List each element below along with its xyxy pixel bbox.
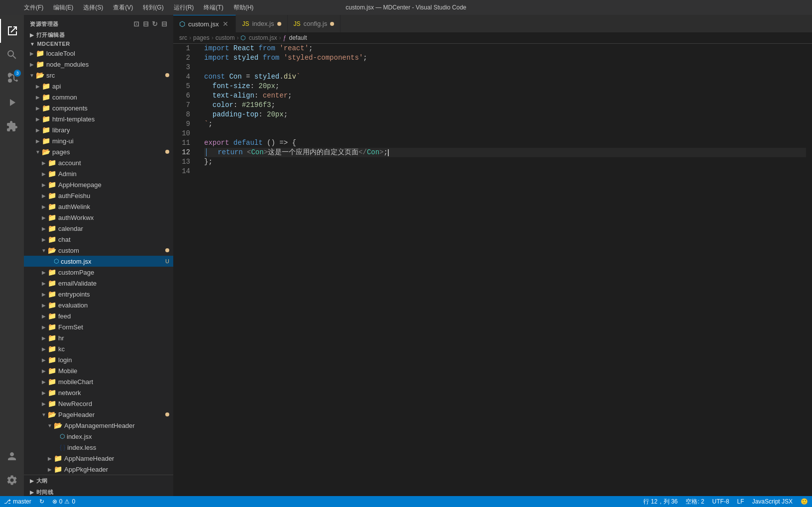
status-position[interactable]: 行 12，列 36 [639,496,682,507]
status-feedback[interactable]: 🙂 [797,496,812,507]
tree-item-mobile[interactable]: ▶ 📁 Mobile [24,365,173,376]
tree-item-ming-ui[interactable]: ▶ 📁 ming-ui [24,135,173,146]
tree-item-feed[interactable]: ▶ 📁 feed [24,310,173,321]
tree-item-calendar[interactable]: ▶ 📁 calendar [24,223,173,234]
status-branch[interactable]: ⎇ master [0,496,35,507]
tree-item-components[interactable]: ▶ 📁 components [24,102,173,113]
activity-explorer[interactable] [0,19,24,43]
folder-icon: 📁 [48,312,56,320]
menu-file[interactable]: 文件(F) [20,2,47,13]
tree-item-emailvalidate[interactable]: ▶ 📁 emailValidate [24,278,173,289]
status-language[interactable]: JavaScript JSX [748,496,797,507]
menu-go[interactable]: 转到(G) [139,2,167,13]
activity-settings[interactable] [0,468,24,492]
section-outline[interactable]: ▶ 大纲 [24,475,173,487]
status-line-ending[interactable]: LF [733,496,748,507]
tree-label: pages [52,148,70,156]
tree-item-login[interactable]: ▶ 📁 login [24,354,173,365]
tree-item-apphomepage[interactable]: ▶ 📁 AppHomepage [24,179,173,190]
tree-item-common[interactable]: ▶ 📁 common [24,92,173,102]
breadcrumb-sep2: › [212,34,214,41]
activity-search[interactable] [0,43,24,67]
activity-source-control[interactable]: 3 [0,67,24,91]
tree-item-node-modules[interactable]: ▶ 📁 node_modules [24,59,173,70]
tab-custom-jsx[interactable]: ⬡ custom.jsx ✕ [173,15,236,32]
collapse-all-icon[interactable]: ⊟ [161,20,168,28]
tree-item-library[interactable]: ▶ 📁 library [24,124,173,135]
breadcrumb-symbol[interactable]: ƒ default [283,34,307,41]
menu-view[interactable]: 查看(V) [109,2,137,13]
new-file-icon[interactable]: ⊡ [133,20,140,28]
tree-item-api[interactable]: ▶ 📁 api [24,81,173,92]
tree-label: html-templates [52,115,95,123]
code-editor[interactable]: 1 2 3 4 5 6 7 8 9 10 11 12 13 14 import … [173,44,812,496]
refresh-icon[interactable]: ↻ [152,20,158,28]
breadcrumb-pages[interactable]: pages [193,34,210,41]
open-editors-label: 打开编辑器 [36,31,65,39]
tab-config-js[interactable]: JS config.js [288,15,341,32]
tab-close-button[interactable]: ✕ [222,20,230,28]
tree-item-custompage[interactable]: ▶ 📁 customPage [24,267,173,278]
breadcrumb-custom[interactable]: custom [216,34,235,41]
tree-item-localetool[interactable]: ▶ 📁 localeTool [24,48,173,59]
tree-item-entrypoints[interactable]: ▶ 📁 entrypoints [24,289,173,300]
folder-icon: 📁 [48,400,56,407]
tree-item-authwelink[interactable]: ▶ 📁 authWelink [24,201,173,212]
tree-item-appnameheader[interactable]: ▶ 📁 AppNameHeader [24,453,173,464]
breadcrumb-file[interactable]: ⬡ custom.jsx [240,34,277,41]
activity-account[interactable] [0,444,24,468]
tree-item-pageheader[interactable]: ▼ 📂 PageHeader [24,409,173,420]
menu-terminal[interactable]: 终端(T) [200,2,227,13]
section-mdcenter[interactable]: ▼ MDCENTER [24,40,173,48]
status-sync[interactable]: ↻ [35,496,48,507]
tree-item-mobilechart[interactable]: ▶ 📁 mobileChart [24,376,173,387]
folder-icon: 📁 [48,389,56,397]
tree-item-hr[interactable]: ▶ 📁 hr [24,332,173,343]
tree-item-index-less[interactable]: ▶ { } index.less [24,442,173,453]
tree-item-apppkgheader[interactable]: ▶ 📁 AppPkgHeader [24,464,173,475]
section-open-editors[interactable]: ▶ 打开编辑器 [24,30,173,40]
folder-arrow: ▶ [40,401,48,406]
menu-run[interactable]: 运行(R) [170,2,198,13]
tree-item-custom[interactable]: ▼ 📂 custom [24,245,173,256]
menu-select[interactable]: 选择(S) [79,2,107,13]
tree-item-authfeishu[interactable]: ▶ 📁 authFeishu [24,190,173,201]
tree-item-appmanagementheader[interactable]: ▼ 📂 AppManagementHeader [24,420,173,431]
status-encoding[interactable]: UTF-8 [708,496,733,507]
menu-help[interactable]: 帮助(H) [230,2,258,13]
folder-icon: 📁 [48,378,56,386]
js-tab-icon: JS [242,20,249,27]
tree-item-custom-jsx[interactable]: ▶ ⬡ custom.jsx U [24,256,173,267]
folder-icon: 📁 [48,301,56,309]
status-errors[interactable]: ⊗ 0 ⚠ 0 [48,496,79,507]
tree-label: library [52,126,70,134]
tree-item-pages[interactable]: ▼ 📂 pages [24,146,173,157]
tree-item-network[interactable]: ▶ 📁 network [24,387,173,398]
new-folder-icon[interactable]: ⊟ [143,20,149,28]
section-timeline[interactable]: ▶ 时间线 [24,487,173,496]
outline-arrow: ▶ [30,478,34,484]
tab-index-js[interactable]: JS index.js [236,15,287,32]
folder-icon: 📁 [48,290,56,298]
tree-item-newrecord[interactable]: ▶ 📁 NewRecord [24,398,173,409]
menu-edit[interactable]: 编辑(E) [49,2,77,13]
tree-item-kc[interactable]: ▶ 📁 kc [24,343,173,354]
tree-item-account[interactable]: ▶ 📁 account [24,157,173,168]
tree-label: custom [58,247,79,254]
tree-label: common [52,94,77,101]
status-left: ⎇ master ↻ ⊗ 0 ⚠ 0 [0,496,79,507]
tree-item-src[interactable]: ▼ 📂 src [24,70,173,81]
tree-item-html-templates[interactable]: ▶ 📁 html-templates [24,113,173,124]
tree-item-chat[interactable]: ▶ 📁 chat [24,234,173,245]
tree-item-formset[interactable]: ▶ 📁 FormSet [24,321,173,332]
status-spaces[interactable]: 空格: 2 [682,496,708,507]
tree-item-index-jsx[interactable]: ▶ ⬡ index.jsx [24,431,173,442]
open-editors-arrow: ▶ [30,32,34,38]
activity-run[interactable] [0,91,24,114]
folder-arrow: ▶ [40,237,48,242]
tree-item-evaluation[interactable]: ▶ 📁 evaluation [24,300,173,310]
tree-item-authworkwx[interactable]: ▶ 📁 authWorkwx [24,212,173,223]
tree-item-admin[interactable]: ▶ 📁 Admin [24,168,173,179]
activity-extensions[interactable] [0,114,24,138]
breadcrumb-src[interactable]: src [179,34,187,41]
